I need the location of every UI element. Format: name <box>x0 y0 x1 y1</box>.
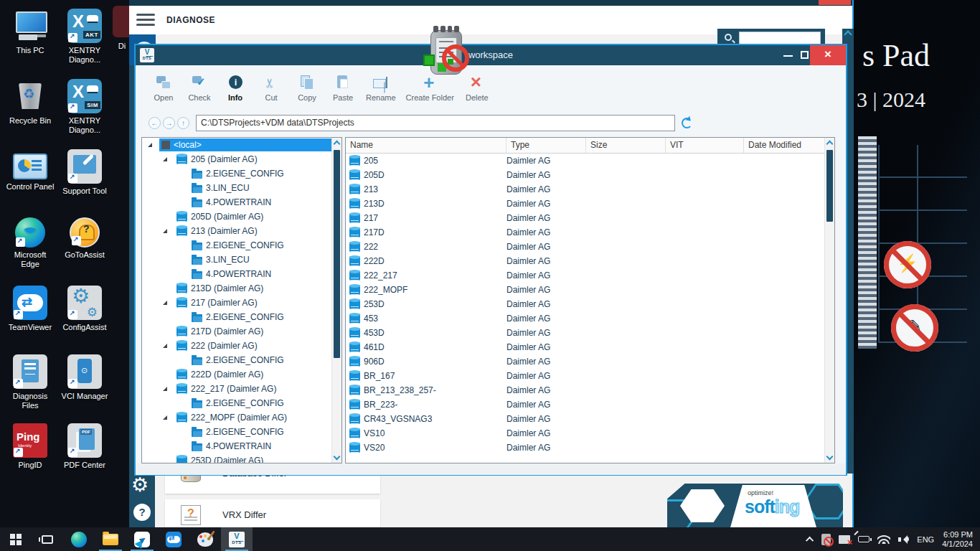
toolbar-cut-button[interactable]: Cut <box>253 68 289 107</box>
tree-item-4-powertrain[interactable]: 4.POWERTRAIN <box>142 267 333 281</box>
tree-item-2-eigene-config[interactable]: 2.EIGENE_CONFIG <box>142 310 333 324</box>
dialog-titlebar[interactable]: V͟DTS workspace × <box>136 45 846 65</box>
desktop-icon-control-panel[interactable]: Control Panel <box>4 149 56 192</box>
hamburger-menu-icon[interactable] <box>136 14 155 27</box>
desktop-icon-recycle-bin[interactable]: Recycle Bin <box>4 79 56 126</box>
tree-item-2-eigene-config[interactable]: 2.EIGENE_CONFIG <box>142 353 333 367</box>
tree-item-local[interactable]: <local> <box>142 138 333 152</box>
tree-item-222-mopf-daimler-ag[interactable]: 222_MOPF (Daimler AG) <box>142 410 333 425</box>
list-row-br-213-238-257[interactable]: BR_213_238_257-Daimler AG <box>346 383 826 397</box>
scroll-up-icon[interactable] <box>334 141 341 148</box>
tree-item-4-powertrain[interactable]: 4.POWERTRAIN <box>142 439 333 453</box>
expander-icon[interactable] <box>163 344 167 348</box>
tree-item-213d-daimler-ag[interactable]: 213D (Daimler AG) <box>142 281 333 296</box>
settings-gear-icon[interactable]: ⚙ <box>131 474 149 496</box>
refresh-icon[interactable] <box>682 118 692 128</box>
tray-power-icon[interactable] <box>858 536 870 542</box>
list-row-222-mopf[interactable]: 222_MOPFDaimler AG <box>346 283 826 297</box>
desktop-icon-xentry-diagno[interactable]: AKTXENTRY Diagno... <box>59 9 110 65</box>
desktop-icon-support-tool[interactable]: Support Tool <box>59 149 110 196</box>
list-row-906d[interactable]: 906DDaimler AG <box>346 354 826 369</box>
tree-item-2-eigene-config[interactable]: 2.EIGENE_CONFIG <box>142 166 333 181</box>
tree-scrollbar[interactable] <box>331 138 341 463</box>
toolbar-paste-button[interactable]: Paste <box>325 68 361 107</box>
desktop-icon-teamviewer[interactable]: TeamViewer <box>4 286 56 332</box>
list-row-205[interactable]: 205Daimler AG <box>346 154 826 168</box>
tree-item-4-powertrain[interactable]: 4.POWERTRAIN <box>142 195 333 209</box>
desktop-icon-diagnosis-files[interactable]: Diagnosis Files <box>4 354 56 410</box>
tray-network-error-icon[interactable] <box>839 535 850 544</box>
list-row-205d[interactable]: 205DDaimler AG <box>346 168 826 182</box>
list-row-222[interactable]: 222Daimler AG <box>346 240 826 254</box>
tree-item-205-daimler-ag[interactable]: 205 (Daimler AG) <box>142 152 333 166</box>
taskbar-paint-button[interactable] <box>189 527 221 551</box>
tree-item-2-eigene-config[interactable]: 2.EIGENE_CONFIG <box>142 238 333 253</box>
desktop-icon-configassist[interactable]: ConfigAssist <box>59 286 110 332</box>
scroll-down-icon[interactable] <box>334 453 341 461</box>
list-row-213[interactable]: 213Daimler AG <box>346 182 826 197</box>
tree-item-205d-daimler-ag[interactable]: 205D (Daimler AG) <box>142 209 333 224</box>
tree-item-222-daimler-ag[interactable]: 222 (Daimler AG) <box>142 339 333 353</box>
toolbar-open-button[interactable]: Open <box>146 68 182 107</box>
taskbar-explorer-button[interactable] <box>95 527 126 551</box>
list-row-222d[interactable]: 222DDaimler AG <box>346 254 826 268</box>
wifi-icon[interactable] <box>877 534 890 544</box>
tree-item-222d-daimler-ag[interactable]: 222D (Daimler AG) <box>142 367 333 382</box>
list-row-222-217[interactable]: 222_217Daimler AG <box>346 268 826 283</box>
clock[interactable]: 6:09 PM 4/1/2024 <box>942 530 973 549</box>
list-row-vs10[interactable]: VS10Daimler AG <box>346 426 826 441</box>
tree-item-2-eigene-config[interactable]: 2.EIGENE_CONFIG <box>142 396 333 410</box>
taskbar-dts-button[interactable]: V͟DTS <box>221 527 253 551</box>
list-row-vs20[interactable]: VS20Daimler AG <box>346 441 826 455</box>
desktop-icon-microsoft-edge[interactable]: Microsoft Edge <box>4 215 56 269</box>
tree-item-253d-daimler-ag[interactable]: 253D (Daimler AG) <box>142 453 333 463</box>
taskbar-app-button[interactable] <box>126 527 158 551</box>
help-icon[interactable]: ? <box>133 504 151 521</box>
toolbar-check-button[interactable]: Check <box>182 68 217 107</box>
list-scrollbar[interactable] <box>824 138 834 463</box>
desktop-icon-pdf-center[interactable]: PDF Center <box>59 423 110 470</box>
vrx-differ-item[interactable]: VRX Differ <box>165 499 380 528</box>
list-row-br-167[interactable]: BR_167Daimler AG <box>346 369 826 383</box>
scroll-thumb[interactable] <box>826 150 833 222</box>
maximize-button[interactable] <box>801 51 809 59</box>
desktop-icon-vci-manager[interactable]: VCI Manager <box>59 354 110 401</box>
up-button[interactable]: ↑ <box>177 117 189 129</box>
forward-button[interactable]: → <box>163 117 175 129</box>
list-row-253d[interactable]: 253DDaimler AG <box>346 297 826 311</box>
search-input[interactable] <box>739 32 821 44</box>
taskbar-edge-button[interactable] <box>63 527 95 551</box>
tree-item-222-217-daimler-ag[interactable]: 222_217 (Daimler AG) <box>142 382 333 396</box>
app-close-button[interactable] <box>819 0 851 5</box>
list-row-453d[interactable]: 453DDaimler AG <box>346 326 826 340</box>
tree-item-217d-daimler-ag[interactable]: 217D (Daimler AG) <box>142 324 333 339</box>
taskbar-teamviewer-button[interactable] <box>158 527 189 551</box>
expander-icon[interactable] <box>163 229 167 233</box>
list-row-br-223[interactable]: BR_223-Daimler AG <box>346 397 826 412</box>
tree-item-3-lin-ecu[interactable]: 3.LIN_ECU <box>142 253 333 267</box>
list-row-217d[interactable]: 217DDaimler AG <box>346 225 826 240</box>
desktop-icon-gotoassist[interactable]: GoToAssist <box>59 215 110 260</box>
expander-icon[interactable] <box>163 415 167 420</box>
desktop-icon-this-pc[interactable]: This PC <box>4 9 56 55</box>
scroll-down-icon[interactable] <box>826 453 834 461</box>
toolbar-copy-button[interactable]: Copy <box>289 68 325 107</box>
desktop-icon-xentry-diagno[interactable]: SIMXENTRY Diagno... <box>59 79 110 135</box>
scroll-thumb[interactable] <box>334 150 340 358</box>
column-header-date-modified[interactable]: Date Modified <box>744 138 826 153</box>
start-button[interactable] <box>0 527 32 551</box>
tray-expand-icon[interactable] <box>806 536 814 544</box>
task-view-button[interactable] <box>32 527 63 551</box>
volume-icon[interactable] <box>898 535 909 544</box>
desktop-icon-pingid[interactable]: PingID <box>4 423 56 470</box>
minimize-button[interactable] <box>783 55 793 57</box>
language-indicator[interactable]: ENG <box>917 535 934 544</box>
tree-item-213-daimler-ag[interactable]: 213 (Daimler AG) <box>142 224 333 238</box>
expander-icon[interactable] <box>163 387 167 391</box>
list-row-217[interactable]: 217Daimler AG <box>346 211 826 225</box>
toolbar-info-button[interactable]: Info <box>217 68 253 107</box>
list-row-213d[interactable]: 213DDaimler AG <box>346 197 826 211</box>
scroll-up-icon[interactable] <box>826 141 834 148</box>
column-header-size[interactable]: Size <box>586 138 666 153</box>
column-header-vit[interactable]: VIT <box>666 138 744 153</box>
